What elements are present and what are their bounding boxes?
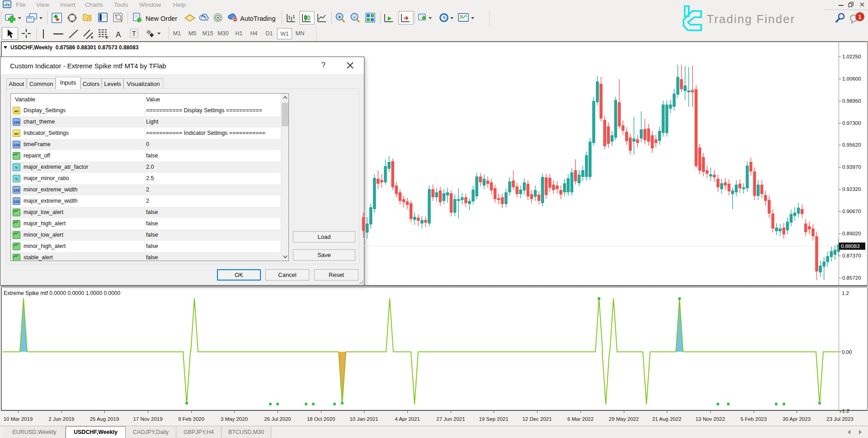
svg-text:A: A [116,30,121,39]
svg-text:New Order: New Order [146,15,177,22]
svg-text:F: F [106,35,108,40]
svg-text:AutoTrading: AutoTrading [240,15,275,22]
svg-text:1: 1 [858,14,861,20]
svg-text:-: - [354,14,355,20]
svg-text:+: + [338,14,341,20]
svg-text:T: T [132,30,136,37]
svg-text:E: E [91,35,94,39]
